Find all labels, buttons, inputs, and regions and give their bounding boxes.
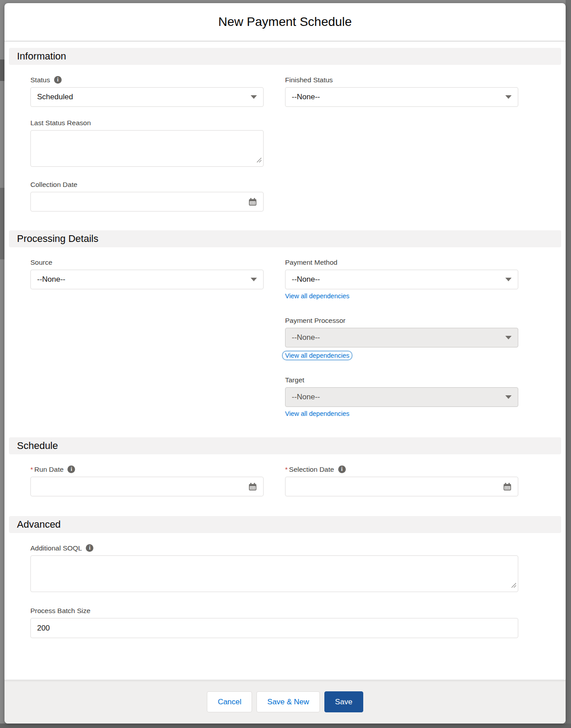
- source-select[interactable]: --None--: [30, 270, 264, 289]
- source-select-value: --None--: [37, 275, 251, 284]
- dimmed-background-fragment: [0, 188, 4, 259]
- info-icon[interactable]: i: [338, 466, 346, 473]
- process-batch-size-input[interactable]: [30, 618, 518, 638]
- section-title: Processing Details: [17, 233, 98, 245]
- required-asterisk: *: [285, 466, 288, 473]
- additional-soql-field: Additional SOQL i: [30, 544, 518, 592]
- info-icon[interactable]: i: [54, 76, 62, 84]
- view-all-dependencies-link[interactable]: View all dependencies: [285, 410, 349, 417]
- section-title: Information: [17, 51, 66, 62]
- section-header-advanced: Advanced: [9, 516, 561, 533]
- process-batch-size-field: Process Batch Size: [30, 606, 518, 638]
- payment-method-select-value: --None--: [292, 275, 505, 284]
- selection-date-field: * Selection Date i: [285, 465, 518, 496]
- save-button[interactable]: Save: [324, 691, 363, 712]
- payment-method-field: Payment Method --None-- View all depende…: [285, 258, 518, 300]
- target-label: Target: [285, 376, 304, 384]
- run-date-label: Run Date: [34, 466, 63, 474]
- new-payment-schedule-modal: New Payment Schedule Information Status …: [4, 3, 566, 724]
- calendar-icon[interactable]: [248, 483, 257, 491]
- finished-status-select-value: --None--: [292, 93, 505, 102]
- last-status-reason-textarea[interactable]: [30, 130, 264, 167]
- chevron-down-icon: [505, 95, 512, 99]
- status-field: Status i Scheduled: [30, 76, 264, 107]
- last-status-reason-field: Last Status Reason: [30, 119, 264, 167]
- collection-date-input: [30, 192, 264, 212]
- run-date-text-input[interactable]: [37, 482, 248, 491]
- required-asterisk: *: [30, 466, 33, 473]
- source-field: Source --None--: [30, 258, 264, 289]
- modal-header: New Payment Schedule: [4, 3, 566, 42]
- dimmed-background-strip: [0, 724, 571, 728]
- section-title: Advanced: [17, 519, 61, 530]
- target-select[interactable]: --None--: [285, 387, 518, 407]
- info-icon[interactable]: i: [67, 466, 75, 473]
- finished-status-select[interactable]: --None--: [285, 87, 518, 107]
- collection-date-text-input[interactable]: [37, 197, 248, 206]
- modal-footer: Cancel Save & New Save: [4, 680, 566, 724]
- resize-handle-icon[interactable]: [511, 582, 516, 590]
- additional-soql-label: Additional SOQL: [30, 544, 82, 552]
- target-field: Target --None-- View all dependencies: [285, 376, 518, 418]
- collection-date-label: Collection Date: [30, 181, 77, 189]
- chevron-down-icon: [251, 95, 257, 99]
- selection-date-text-input[interactable]: [292, 482, 503, 491]
- section-title: Schedule: [17, 440, 58, 452]
- run-date-input: [30, 477, 264, 496]
- payment-processor-select[interactable]: --None--: [285, 328, 518, 347]
- view-all-dependencies-link[interactable]: View all dependencies: [285, 292, 349, 300]
- info-icon[interactable]: i: [86, 544, 93, 552]
- chevron-down-icon: [251, 278, 257, 281]
- last-status-reason-label: Last Status Reason: [30, 119, 91, 127]
- view-all-dependencies-link-focused[interactable]: View all dependencies: [282, 351, 353, 360]
- modal-title: New Payment Schedule: [218, 15, 352, 29]
- payment-method-select[interactable]: --None--: [285, 270, 518, 289]
- chevron-down-icon: [505, 395, 512, 399]
- additional-soql-textarea[interactable]: [30, 555, 518, 592]
- selection-date-label: Selection Date: [289, 466, 334, 474]
- calendar-icon[interactable]: [248, 198, 257, 206]
- modal-body: Information Status i Scheduled Finished: [4, 48, 566, 638]
- calendar-icon[interactable]: [503, 483, 512, 491]
- target-select-value: --None--: [292, 393, 505, 402]
- status-label: Status: [30, 76, 50, 84]
- status-select-value: Scheduled: [37, 93, 251, 102]
- run-date-field: * Run Date i: [30, 465, 264, 496]
- source-label: Source: [30, 258, 52, 267]
- resize-handle-icon[interactable]: [256, 157, 262, 165]
- section-header-processing-details: Processing Details: [9, 230, 561, 247]
- selection-date-input: [285, 477, 518, 496]
- save-and-new-button[interactable]: Save & New: [256, 691, 320, 712]
- cancel-button[interactable]: Cancel: [207, 691, 252, 712]
- finished-status-field: Finished Status --None--: [285, 76, 518, 107]
- chevron-down-icon: [505, 336, 512, 339]
- process-batch-size-label: Process Batch Size: [30, 607, 90, 615]
- finished-status-label: Finished Status: [285, 76, 333, 84]
- collection-date-field: Collection Date: [30, 180, 264, 212]
- payment-processor-label: Payment Processor: [285, 317, 345, 325]
- section-header-schedule: Schedule: [9, 437, 561, 454]
- payment-processor-select-value: --None--: [292, 333, 505, 342]
- payment-processor-field: Payment Processor --None-- View all depe…: [285, 316, 518, 360]
- dimmed-background-strip: [566, 0, 571, 728]
- section-header-information: Information: [9, 48, 561, 65]
- dimmed-background-fragment: [0, 59, 4, 81]
- status-select[interactable]: Scheduled: [30, 87, 264, 107]
- chevron-down-icon: [505, 278, 512, 281]
- payment-method-label: Payment Method: [285, 258, 337, 267]
